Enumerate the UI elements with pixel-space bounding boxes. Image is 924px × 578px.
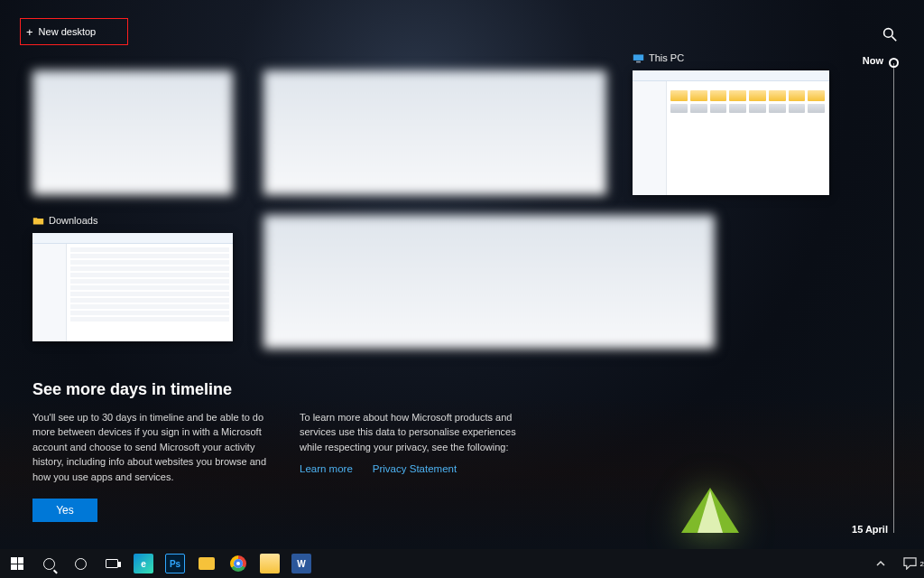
- new-desktop-button[interactable]: + New desktop: [20, 18, 128, 45]
- panel-body-left: You'll see up to 30 days in timeline and…: [32, 410, 267, 485]
- panel-heading: See more days in timeline: [32, 380, 736, 399]
- timeline-scrollbar[interactable]: [893, 63, 894, 533]
- learn-more-link[interactable]: Learn more: [300, 463, 353, 474]
- action-center-button[interactable]: [899, 557, 920, 570]
- notification-icon: [903, 557, 917, 570]
- yes-button[interactable]: Yes: [32, 499, 97, 522]
- folder-icon: [260, 554, 280, 573]
- svg-rect-3: [636, 61, 641, 62]
- monitor-icon: [633, 53, 644, 63]
- taskbar-app-explorer[interactable]: [191, 549, 222, 578]
- search-icon: [882, 27, 897, 42]
- task-thumbnail-title: Downloads: [32, 215, 97, 226]
- folder-icon: [32, 216, 44, 226]
- svg-point-0: [884, 29, 893, 38]
- taskbar-search-button[interactable]: [33, 549, 64, 578]
- taskbar-app-word[interactable]: W: [286, 549, 317, 578]
- task-view-button[interactable]: [97, 549, 127, 578]
- privacy-statement-link[interactable]: Privacy Statement: [373, 463, 457, 474]
- task-thumbnail-2[interactable]: [263, 70, 606, 195]
- new-desktop-label: New desktop: [39, 26, 97, 37]
- task-view-icon: [106, 559, 118, 568]
- task-thumbnail-label: This PC: [649, 52, 684, 63]
- word-icon: W: [291, 554, 311, 573]
- task-thumbnail-title: This PC: [633, 52, 684, 63]
- timeline-now-label: Now: [863, 55, 883, 66]
- timeline-info-panel: See more days in timeline You'll see up …: [32, 380, 736, 523]
- plus-icon: +: [26, 26, 33, 38]
- panel-links: Learn more Privacy Statement: [300, 463, 534, 474]
- taskbar: e Ps W: [0, 549, 924, 578]
- taskbar-app-folder[interactable]: [254, 549, 285, 578]
- cortana-icon: [75, 558, 87, 570]
- task-thumbnail-this-pc[interactable]: This PC: [633, 70, 829, 195]
- task-thumbnail-1[interactable]: [32, 70, 233, 195]
- chrome-icon: [230, 555, 246, 572]
- task-thumbnail-label: Downloads: [49, 215, 97, 226]
- edge-icon: e: [134, 554, 153, 573]
- chevron-up-icon: [876, 559, 885, 568]
- panel-body-right: To learn more about how Microsoft produc…: [300, 410, 534, 455]
- timeline-bottom-date: 15 April: [852, 524, 888, 535]
- system-tray: [870, 557, 924, 570]
- explorer-window-preview: [633, 70, 829, 195]
- start-button[interactable]: [2, 549, 32, 578]
- task-thumbnail-downloads[interactable]: Downloads: [32, 233, 233, 341]
- taskbar-app-edge[interactable]: e: [128, 549, 159, 578]
- svg-rect-2: [633, 54, 643, 61]
- explorer-icon: [199, 557, 215, 570]
- task-thumbnail-5[interactable]: [263, 215, 715, 349]
- photoshop-icon: Ps: [165, 554, 185, 573]
- timeline-search-button[interactable]: [882, 27, 897, 42]
- taskbar-app-chrome[interactable]: [223, 549, 254, 578]
- windows-icon: [11, 557, 23, 570]
- svg-line-1: [892, 36, 896, 41]
- search-icon: [43, 558, 55, 570]
- cortana-button[interactable]: [65, 549, 96, 578]
- explorer-window-preview: [32, 233, 233, 341]
- taskbar-app-photoshop[interactable]: Ps: [160, 549, 190, 578]
- tray-overflow-button[interactable]: [870, 559, 892, 568]
